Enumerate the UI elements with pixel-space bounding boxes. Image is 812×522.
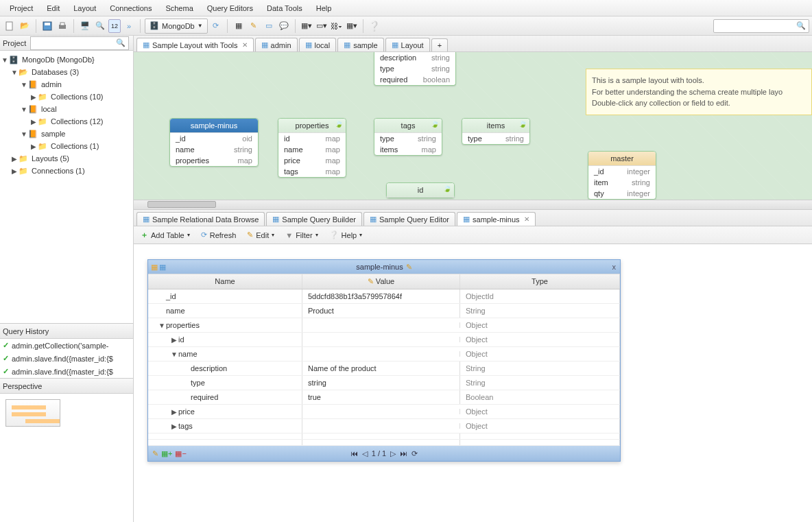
grid-view-icon[interactable]: ▦ xyxy=(159,263,166,272)
remove-row-icon[interactable]: ▦− xyxy=(175,449,186,458)
toolbar-search[interactable]: 🔍 xyxy=(713,19,809,33)
grid-12-icon[interactable]: 12 xyxy=(108,19,121,33)
chat-icon[interactable]: 💬 xyxy=(277,19,291,33)
close-icon[interactable]: ✕ xyxy=(524,215,529,223)
perspective-thumbnail[interactable] xyxy=(5,399,60,427)
entity-field[interactable]: namestring xyxy=(170,144,258,155)
menu-project[interactable]: Project xyxy=(3,1,40,15)
col-header-name[interactable]: Name xyxy=(148,274,302,289)
editor-tab[interactable]: ▦Sample Relational Data Browse xyxy=(136,212,265,226)
menu-layout[interactable]: Layout xyxy=(67,1,103,15)
entity-field[interactable]: itemstring xyxy=(588,177,656,188)
refresh-icon[interactable]: ⟳ xyxy=(209,19,223,33)
grid-row[interactable] xyxy=(148,434,620,440)
nav-next-icon[interactable]: ▷ xyxy=(390,449,396,458)
entity-field[interactable]: _idoid xyxy=(170,133,258,144)
monitor-icon[interactable]: 🖥️ xyxy=(78,19,92,33)
entity-field[interactable]: pricemap xyxy=(278,155,346,166)
tree-item[interactable]: ▼📂Databases (3) xyxy=(0,66,133,78)
print-icon[interactable] xyxy=(56,19,69,33)
add-table-button[interactable]: ＋Add Table▾ xyxy=(138,228,193,241)
grid-row[interactable]: ▼ propertiesObject xyxy=(148,318,620,333)
entity-field[interactable]: _idinteger xyxy=(588,166,656,177)
tree-item[interactable]: ▼🗄️MongoDb {MongoDb} xyxy=(0,54,133,66)
menu-connections[interactable]: Connections xyxy=(103,1,158,15)
toolset2-icon[interactable]: ▭▾ xyxy=(315,19,329,33)
refresh-icon[interactable]: ⟳ xyxy=(411,449,418,458)
diagram-canvas[interactable]: descriptionstringtypestringrequiredboole… xyxy=(134,52,812,210)
query-history-item[interactable]: ✓admin.slave.find({master_id:{$ xyxy=(0,365,133,378)
sql-icon[interactable]: ▭ xyxy=(262,19,276,33)
entity-tags[interactable]: tags🍃 typestringitemsmap xyxy=(374,118,442,156)
tree-item[interactable]: ▶📁Connections (1) xyxy=(0,165,133,177)
tree-item[interactable]: ▶📁Collections (10) xyxy=(0,91,133,103)
tree-item[interactable]: ▶📁Layouts (5) xyxy=(0,152,133,165)
entity-master[interactable]: master _idintegeritemstringqtyinteger xyxy=(588,151,656,200)
table-icon[interactable]: ▦ xyxy=(232,19,246,33)
editor-tab[interactable]: ▦Sample Query Editor xyxy=(363,212,455,226)
pencil-icon[interactable]: ✎ xyxy=(247,19,261,33)
main-tab[interactable]: ▦Layout xyxy=(385,38,430,51)
grid-row[interactable] xyxy=(148,440,620,446)
grid-row[interactable]: _id5ddcfd838b1f3a579957864fObjectId xyxy=(148,289,620,304)
nav-first-icon[interactable]: ⏮ xyxy=(350,449,358,458)
tree-item[interactable]: ▶📁Collections (12) xyxy=(0,115,133,128)
data-grid-titlebar[interactable]: ▦ ▦ sample-minus ✎ x xyxy=(148,260,620,274)
query-history-item[interactable]: ✓admin.getCollection('sample- xyxy=(0,339,133,352)
help-button[interactable]: ❔Help▾ xyxy=(326,229,366,241)
main-tab[interactable]: ▦admin xyxy=(255,38,298,51)
zoom-icon[interactable]: 🔍 xyxy=(93,19,107,33)
edit-button[interactable]: ✎Edit▾ xyxy=(244,229,277,241)
editor-tab[interactable]: ▦Sample Query Builder xyxy=(266,212,362,226)
entity-field[interactable]: itemsmap xyxy=(374,144,442,155)
grid-row[interactable]: nameProductString xyxy=(148,304,620,318)
db-selector[interactable]: 🗄️ MongoDb ▼ xyxy=(145,19,208,34)
forward-icon[interactable]: » xyxy=(122,19,136,33)
open-icon[interactable]: 📂 xyxy=(18,19,32,33)
menu-data-tools[interactable]: Data Tools xyxy=(260,1,309,15)
project-filter[interactable]: 🔍 xyxy=(30,36,129,50)
grid-row[interactable]: descriptionName of the productString xyxy=(148,361,620,376)
entity-items[interactable]: items🍃 typestring xyxy=(462,118,530,145)
grid-row[interactable]: ▶ priceObject xyxy=(148,405,620,419)
entity-field[interactable]: propertiesmap xyxy=(170,155,258,166)
menu-help[interactable]: Help xyxy=(309,1,339,15)
save-icon[interactable] xyxy=(40,19,54,33)
filter-button[interactable]: ▼Filter▾ xyxy=(283,230,320,241)
toolset1-icon[interactable]: ▦▾ xyxy=(300,19,313,33)
main-tab[interactable]: ▦sample xyxy=(337,38,383,51)
nav-last-icon[interactable]: ⏭ xyxy=(400,449,407,458)
close-icon[interactable]: x xyxy=(612,263,617,271)
entity-sample-minus[interactable]: sample-minus _idoidnamestringpropertiesm… xyxy=(169,118,259,167)
diagram-scrollbar[interactable] xyxy=(134,200,812,209)
entity-field[interactable]: typestring xyxy=(462,133,529,144)
grid-row[interactable]: ▶ tagsObject xyxy=(148,419,620,434)
entity-field[interactable]: namemap xyxy=(278,144,346,155)
entity-field[interactable]: descriptionstring xyxy=(374,52,455,63)
menu-query-editors[interactable]: Query Editors xyxy=(200,1,260,15)
grid-row[interactable]: ▶ idObject xyxy=(148,333,620,347)
editor-tab[interactable]: ▦sample-minus✕ xyxy=(457,212,535,226)
pencil-icon[interactable]: ✎ xyxy=(406,263,412,272)
entity-properties[interactable]: properties🍃 idmapnamemappricemaptagsmap xyxy=(278,118,346,178)
pencil-icon[interactable]: ✎ xyxy=(152,449,158,458)
close-icon[interactable]: ✕ xyxy=(242,41,248,49)
entity-field[interactable]: requiredboolean xyxy=(374,74,455,85)
entity-field[interactable]: typestring xyxy=(374,63,455,74)
nav-prev-icon[interactable]: ◁ xyxy=(362,449,368,458)
entity-field[interactable]: idmap xyxy=(278,133,346,144)
tree-item[interactable]: ▼📙admin xyxy=(0,78,133,91)
query-history-item[interactable]: ✓admin.slave.find({master_id:{$ xyxy=(0,352,133,365)
tree-item[interactable]: ▶📁Collections (1) xyxy=(0,140,133,152)
new-icon[interactable] xyxy=(3,19,16,33)
col-header-value[interactable]: ✎ Value xyxy=(302,274,460,289)
grid-row[interactable]: requiredtrueBoolean xyxy=(148,390,620,405)
refresh-button[interactable]: ⟳Refresh xyxy=(198,229,239,241)
add-row-icon[interactable]: ▦+ xyxy=(161,449,172,458)
entity-field[interactable]: typestring xyxy=(374,133,442,144)
menu-edit[interactable]: Edit xyxy=(40,1,67,15)
entity-desc[interactable]: descriptionstringtypestringrequiredboole… xyxy=(374,52,456,86)
main-tab[interactable]: ▦local xyxy=(299,38,337,51)
grid-row[interactable]: ▼ nameObject xyxy=(148,347,620,361)
toolset3-icon[interactable]: ⛓▾ xyxy=(330,19,344,33)
